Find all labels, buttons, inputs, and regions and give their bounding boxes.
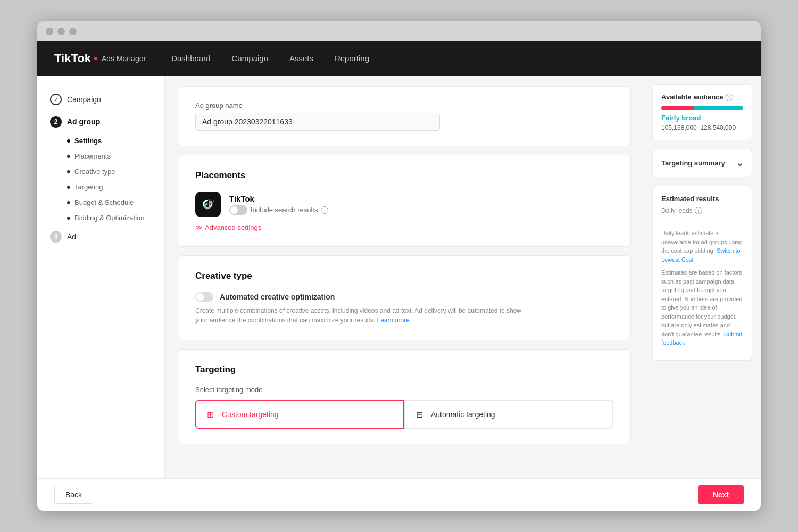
targeting-dot [67, 186, 70, 189]
targeting-options: ⊞ Custom targeting ⊟ Automatic targeting [195, 400, 613, 429]
sidebar-sub-bidding[interactable]: Bidding & Optimization [67, 210, 164, 226]
sidebar-sub-items: Settings Placements Creative type Target… [37, 133, 164, 226]
targeting-summary-title[interactable]: Targeting summary ⌄ [661, 158, 743, 168]
sidebar-sub-creative[interactable]: Creative type [67, 164, 164, 179]
logo-dot [94, 57, 97, 60]
learn-more-link[interactable]: Learn more [377, 317, 410, 324]
adgroup-name-label: Ad group name [195, 102, 613, 110]
budget-dot [67, 201, 70, 204]
campaign-check-icon: ✓ [50, 94, 62, 105]
nav-link-reporting[interactable]: Reporting [335, 54, 369, 63]
daily-leads-info-icon[interactable]: i [695, 207, 702, 214]
nav-item-dashboard[interactable]: Dashboard [171, 54, 210, 63]
logo-tiktok-text: TikTok [54, 52, 91, 65]
estimates-note: Estimates are based on factors such as p… [661, 268, 743, 347]
audience-range: 105,168,000–128,540,000 [661, 124, 743, 131]
bottom-bar: Back Next [37, 478, 761, 511]
custom-targeting-option[interactable]: ⊞ Custom targeting [195, 400, 404, 429]
audience-title: Available audience i [661, 93, 743, 101]
auto-targeting-label: Automatic targeting [431, 410, 495, 419]
targeting-title: Targeting [195, 364, 613, 375]
nav-link-campaign[interactable]: Campaign [232, 54, 268, 63]
daily-leads-label: Daily leads i [661, 207, 743, 214]
include-search-info-icon[interactable]: i [321, 206, 328, 214]
sidebar-settings-label: Settings [74, 137, 102, 145]
daily-leads-value: - [661, 217, 743, 225]
creative-toggle[interactable] [195, 292, 213, 302]
logo: TikTok Ads Manager [54, 52, 146, 65]
logo-adsmanager-text: Ads Manager [102, 54, 146, 63]
sidebar-budget-label: Budget & Schedule [74, 198, 134, 206]
browser-dot-green [69, 28, 77, 35]
browser-dot-yellow [57, 28, 65, 35]
tiktok-placement-item: TikTok Include search results i [195, 192, 613, 217]
audience-bar [661, 106, 743, 110]
sidebar-sub-targeting[interactable]: Targeting [67, 179, 164, 195]
nav-link-assets[interactable]: Assets [289, 54, 313, 63]
daily-leads-label-text: Daily leads [661, 207, 693, 214]
nav-item-assets[interactable]: Assets [289, 54, 313, 63]
estimated-results-card: Estimated results Daily leads i - Daily … [652, 186, 752, 361]
sidebar-sub-placements[interactable]: Placements [67, 148, 164, 164]
estimated-title: Estimated results [661, 195, 743, 203]
nav-item-reporting[interactable]: Reporting [335, 54, 369, 63]
creative-title: Creative type [195, 271, 613, 281]
bidding-dot [67, 217, 70, 220]
audience-title-text: Available audience [661, 93, 724, 101]
main-layout: ✓ Campaign 2 Ad group Settings Placement… [37, 76, 761, 478]
estimates-note-text: Estimates are based on factors such as p… [661, 269, 742, 337]
sidebar-targeting-label: Targeting [74, 183, 103, 191]
top-nav: TikTok Ads Manager Dashboard Campaign As… [37, 41, 761, 76]
auto-targeting-option[interactable]: ⊟ Automatic targeting [404, 400, 613, 429]
placements-dot [67, 155, 70, 158]
creative-type-card: Creative type Automated creative optimiz… [178, 255, 631, 340]
targeting-summary-chevron-icon: ⌄ [736, 158, 743, 168]
sidebar-campaign-label: Campaign [67, 95, 101, 104]
targeting-mode-label: Select targeting mode [195, 386, 613, 394]
placements-card: Placements TikTok In [178, 155, 631, 247]
sidebar-item-ad[interactable]: 3 Ad [37, 226, 164, 248]
include-search-toggle[interactable] [229, 205, 247, 215]
sidebar-item-campaign[interactable]: ✓ Campaign [37, 88, 164, 111]
sidebar-creative-label: Creative type [74, 168, 115, 176]
advanced-settings-link[interactable]: ≫ Advanced settings [195, 223, 613, 231]
creative-toggle-label: Automated creative optimization [220, 293, 335, 301]
sidebar-item-adgroup[interactable]: 2 Ad group [37, 111, 164, 133]
back-button[interactable]: Back [54, 486, 93, 504]
adgroup-name-card: Ad group name [178, 86, 631, 146]
sidebar-sub-settings[interactable]: Settings [67, 133, 164, 148]
nav-links: Dashboard Campaign Assets Reporting [171, 54, 369, 63]
available-audience-card: Available audience i Fairly broad 105,16… [652, 84, 752, 140]
sidebar-ad-label: Ad [67, 232, 76, 241]
adgroup-name-input[interactable] [195, 113, 440, 131]
custom-targeting-icon: ⊞ [207, 410, 217, 419]
creative-description: Create multiple combinations of creative… [195, 306, 525, 325]
sidebar-placements-label: Placements [74, 152, 111, 160]
targeting-summary-card: Targeting summary ⌄ [652, 149, 752, 177]
nav-link-dashboard[interactable]: Dashboard [171, 54, 210, 63]
placements-title: Placements [195, 170, 613, 181]
include-search-label: Include search results [251, 206, 318, 214]
advanced-settings-label: Advanced settings [205, 223, 261, 231]
nav-item-campaign[interactable]: Campaign [232, 54, 268, 63]
estimated-desc: Daily leads estimate is unavailable for … [661, 229, 743, 264]
browser-titlebar [37, 21, 761, 41]
sidebar-bidding-label: Bidding & Optimization [74, 214, 145, 222]
ad-step-circle: 3 [50, 231, 62, 243]
right-panel: Available audience i Fairly broad 105,16… [644, 76, 761, 478]
sidebar-adgroup-label: Ad group [67, 118, 100, 126]
browser-window: TikTok Ads Manager Dashboard Campaign As… [37, 21, 761, 511]
sidebar-sub-budget[interactable]: Budget & Schedule [67, 195, 164, 210]
targeting-summary-label: Targeting summary [661, 159, 725, 167]
next-button[interactable]: Next [698, 485, 744, 504]
platform-name: TikTok [229, 194, 328, 203]
targeting-card: Targeting Select targeting mode ⊞ Custom… [178, 349, 631, 444]
browser-dot-red [46, 28, 53, 35]
creative-toggle-row: Automated creative optimization [195, 292, 613, 302]
auto-targeting-icon: ⊟ [416, 410, 426, 419]
audience-info-icon[interactable]: i [726, 94, 733, 101]
audience-broad-label: Fairly broad [661, 114, 743, 122]
include-search-row: Include search results i [229, 205, 328, 215]
chevron-down-double-icon: ≫ [195, 223, 203, 231]
sidebar: ✓ Campaign 2 Ad group Settings Placement… [37, 76, 165, 478]
